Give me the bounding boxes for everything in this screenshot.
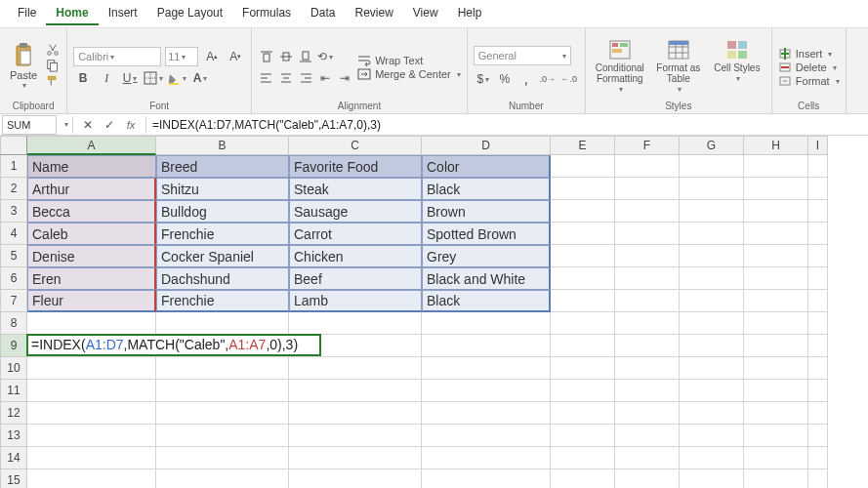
cell[interactable] [808, 155, 828, 178]
cell[interactable] [156, 402, 289, 425]
cell[interactable] [744, 312, 808, 335]
cell[interactable] [808, 178, 828, 200]
row-header[interactable]: 15 [0, 469, 27, 488]
row-header[interactable]: 2 [0, 178, 27, 200]
percent-format-icon[interactable]: % [495, 69, 515, 89]
cell[interactable] [808, 380, 828, 402]
cell[interactable] [808, 245, 828, 267]
cell[interactable]: Becca [27, 200, 156, 223]
formula-input[interactable]: =INDEX(A1:D7,MATCH("Caleb",A1:A7,0),3) [146, 118, 868, 132]
tab-data[interactable]: Data [301, 2, 345, 25]
cell[interactable] [680, 357, 744, 380]
cell[interactable]: Shitzu [156, 178, 289, 200]
tab-formulas[interactable]: Formulas [232, 2, 301, 25]
cell[interactable] [27, 447, 156, 469]
delete-cells-button[interactable]: Delete▾ [778, 61, 840, 74]
row-header[interactable]: 9 [0, 335, 27, 357]
column-header[interactable]: I [808, 136, 828, 155]
cell[interactable] [27, 380, 156, 402]
cell[interactable] [156, 380, 289, 402]
cell[interactable] [680, 469, 744, 488]
tab-home[interactable]: Home [46, 2, 98, 25]
cell[interactable]: Beef [289, 267, 422, 290]
column-header[interactable]: G [680, 136, 744, 155]
cell[interactable] [615, 178, 680, 200]
cell[interactable] [680, 312, 744, 335]
cell[interactable]: Black [422, 290, 551, 312]
cell[interactable] [551, 357, 615, 380]
increase-decimal-icon[interactable]: .0→ [538, 69, 558, 89]
cell[interactable] [744, 380, 808, 402]
select-all-corner[interactable] [0, 136, 27, 155]
align-middle-icon[interactable] [277, 48, 295, 65]
row-header[interactable]: 4 [0, 223, 27, 245]
paste-button[interactable]: Paste ▾ [6, 40, 41, 92]
cell[interactable] [615, 200, 680, 223]
format-as-table-button[interactable]: Format as Table▾ [650, 39, 707, 95]
cell[interactable]: Frenchie [156, 290, 289, 312]
format-cells-button[interactable]: Format▾ [778, 74, 840, 88]
cell[interactable] [551, 290, 615, 312]
align-center-icon[interactable] [277, 69, 295, 87]
cell[interactable] [744, 245, 808, 267]
cell[interactable] [680, 447, 744, 469]
active-cell-editing[interactable]: =INDEX(A1:D7,MATCH("Caleb",A1:A7,0),3) [27, 335, 320, 355]
cell[interactable] [680, 335, 744, 357]
accounting-format-icon[interactable]: $▾ [474, 69, 493, 89]
align-top-icon[interactable] [258, 48, 275, 65]
cell[interactable]: Grey [422, 245, 551, 267]
cell[interactable] [744, 200, 808, 223]
cell[interactable] [680, 178, 744, 200]
cell[interactable] [615, 380, 680, 402]
cell[interactable] [422, 447, 551, 469]
cell[interactable] [744, 290, 808, 312]
cell[interactable] [289, 425, 422, 447]
cell[interactable] [744, 447, 808, 469]
cell[interactable] [744, 469, 808, 488]
cell[interactable] [551, 380, 615, 402]
font-name-combo[interactable]: Calibri▾ [73, 47, 161, 66]
row-header[interactable]: 6 [0, 267, 27, 290]
cell[interactable] [680, 200, 744, 223]
cell[interactable]: Breed [156, 155, 289, 178]
cell[interactable] [680, 380, 744, 402]
cell[interactable]: Sausage [289, 200, 422, 223]
cell[interactable] [551, 425, 615, 447]
cell[interactable] [156, 447, 289, 469]
cell[interactable] [615, 267, 680, 290]
cell[interactable] [27, 425, 156, 447]
cell[interactable] [289, 402, 422, 425]
font-color-icon[interactable]: A▾ [190, 68, 210, 88]
cell[interactable] [808, 290, 828, 312]
cell[interactable] [27, 312, 156, 335]
format-painter-icon[interactable] [45, 74, 61, 88]
fill-color-icon[interactable]: ▾ [167, 68, 186, 88]
cell[interactable] [289, 357, 422, 380]
increase-indent-icon[interactable]: ⇥ [336, 69, 353, 87]
row-header[interactable]: 1 [0, 155, 27, 178]
cell[interactable] [744, 357, 808, 380]
cell[interactable] [422, 380, 551, 402]
cell[interactable] [551, 223, 615, 245]
cell[interactable] [615, 335, 680, 357]
row-header[interactable]: 8 [0, 312, 27, 335]
cell[interactable] [422, 469, 551, 488]
cell[interactable] [551, 200, 615, 223]
cell[interactable] [744, 155, 808, 178]
cell[interactable] [27, 402, 156, 425]
name-box[interactable]: SUM [2, 115, 57, 135]
column-header[interactable]: D [422, 136, 551, 155]
align-right-icon[interactable] [297, 69, 314, 87]
cell[interactable] [680, 402, 744, 425]
cell[interactable]: Steak [289, 178, 422, 200]
cell[interactable] [680, 290, 744, 312]
cell[interactable]: Caleb [27, 223, 156, 245]
cell[interactable] [744, 335, 808, 357]
cell[interactable] [27, 357, 156, 380]
cell[interactable]: Black and White [422, 267, 551, 290]
cell[interactable] [289, 312, 422, 335]
cell[interactable]: Chicken [289, 245, 422, 267]
cell[interactable] [551, 178, 615, 200]
increase-font-icon[interactable]: A▴ [202, 47, 222, 66]
decrease-font-icon[interactable]: A▾ [226, 47, 245, 66]
